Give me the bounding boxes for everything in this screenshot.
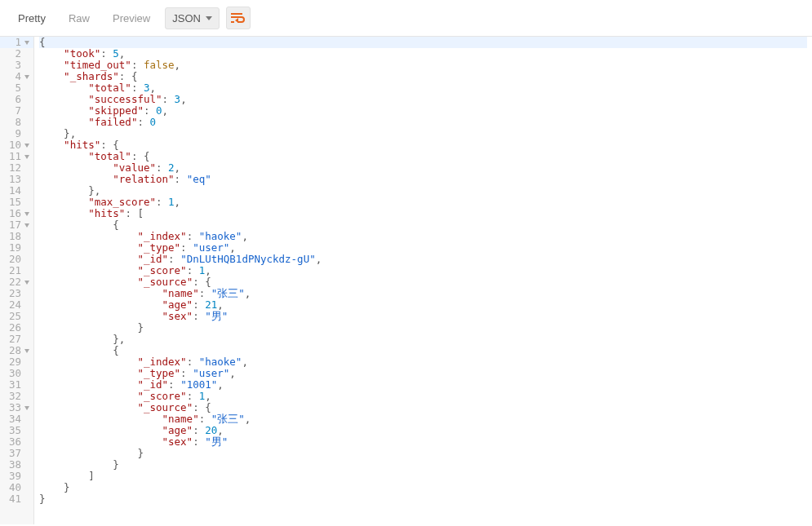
code-line: "name": "张三", [39,288,807,299]
gutter-line: 39 [0,471,33,482]
code-line: { [39,37,807,48]
gutter-line: 25 [0,311,33,322]
fold-toggle-icon[interactable] [24,223,29,228]
gutter-line: 23 [0,288,33,299]
code-line: "successful": 3, [39,94,807,105]
code-body[interactable]: { "took": 5, "timed_out": false, "_shard… [34,37,812,524]
code-line: "timed_out": false, [39,60,807,71]
gutter-line: 5 [0,82,33,94]
code-line: "_score": 1, [39,391,807,402]
code-line: "value": 2, [39,162,807,174]
code-line: "skipped": 0, [39,105,807,117]
gutter-line: 2 [0,48,33,60]
wrap-lines-button[interactable] [226,7,251,29]
code-line: "_id": "DnLUtHQB1dPNyckdz-gU", [39,254,807,265]
gutter-line: 32 [0,391,33,402]
gutter-line: 8 [0,117,33,128]
code-line: "relation": "eq" [39,174,807,185]
gutter-line: 28 [0,345,33,356]
code-line: "sex": "男" [39,436,807,448]
code-line: } [39,482,807,493]
code-line: "hits": { [39,139,807,151]
gutter-line: 24 [0,299,33,311]
gutter-line: 6 [0,94,33,105]
pretty-button[interactable]: Pretty [10,7,54,29]
code-line: "total": 3, [39,82,807,94]
format-select[interactable]: JSON [165,7,220,29]
code-editor[interactable]: 1234567891011121314151617181920212223242… [0,36,812,524]
svg-rect-0 [231,13,242,15]
gutter-line: 7 [0,105,33,117]
line-gutter: 1234567891011121314151617181920212223242… [0,37,34,524]
code-line: } [39,448,807,459]
toolbar: Pretty Raw Preview JSON [0,0,812,36]
code-line: "took": 5, [39,48,807,60]
code-line: "_index": "haoke", [39,356,807,368]
gutter-line: 16 [0,208,33,219]
gutter-line: 35 [0,425,33,436]
code-line: "_source": { [39,402,807,413]
fold-toggle-icon[interactable] [24,41,29,45]
gutter-line: 3 [0,60,33,71]
fold-toggle-icon[interactable] [24,349,29,353]
code-line: "max_score": 1, [39,197,807,208]
code-line: } [39,493,807,505]
code-line: "_score": 1, [39,265,807,276]
gutter-line: 30 [0,368,33,379]
code-line: { [39,345,807,356]
gutter-line: 36 [0,436,33,448]
gutter-line: 37 [0,448,33,459]
fold-toggle-icon[interactable] [24,212,29,216]
gutter-line: 26 [0,322,33,334]
gutter-line: 29 [0,356,33,368]
gutter-line: 13 [0,174,33,185]
code-line: { [39,219,807,231]
fold-toggle-icon[interactable] [24,406,29,410]
fold-toggle-icon[interactable] [24,155,29,159]
gutter-line: 20 [0,254,33,265]
code-line: "hits": [ [39,208,807,219]
preview-button[interactable]: Preview [104,7,158,29]
code-line: "name": "张三", [39,413,807,425]
code-line: }, [39,128,807,139]
gutter-line: 11 [0,151,33,162]
gutter-line: 4 [0,71,33,82]
gutter-line: 15 [0,197,33,208]
gutter-line: 10 [0,139,33,151]
code-line: ] [39,471,807,482]
fold-toggle-icon[interactable] [24,144,29,148]
gutter-line: 41 [0,493,33,505]
code-line: "_id": "1001", [39,379,807,391]
gutter-line: 38 [0,459,33,471]
gutter-line: 17 [0,219,33,231]
code-line: "_type": "user", [39,368,807,379]
gutter-line: 1 [0,37,33,48]
wrap-icon [231,12,246,24]
code-line: "_source": { [39,276,807,288]
code-line: "_shards": { [39,71,807,82]
code-line: "failed": 0 [39,117,807,128]
gutter-line: 18 [0,231,33,242]
raw-button[interactable]: Raw [60,7,98,29]
gutter-line: 14 [0,185,33,197]
code-line: "age": 20, [39,425,807,436]
gutter-line: 9 [0,128,33,139]
gutter-line: 22 [0,276,33,288]
gutter-line: 27 [0,334,33,345]
chevron-down-icon [206,16,212,20]
code-line: } [39,322,807,334]
format-select-label: JSON [172,12,201,24]
fold-toggle-icon[interactable] [24,75,29,79]
code-line: "total": { [39,151,807,162]
svg-rect-1 [231,21,234,23]
code-line: }, [39,185,807,197]
gutter-line: 12 [0,162,33,174]
code-line: } [39,459,807,471]
gutter-line: 21 [0,265,33,276]
code-line: "age": 21, [39,299,807,311]
code-line: "_type": "user", [39,242,807,254]
code-line: }, [39,334,807,345]
code-line: "_index": "haoke", [39,231,807,242]
fold-toggle-icon[interactable] [24,281,29,285]
gutter-line: 19 [0,242,33,254]
